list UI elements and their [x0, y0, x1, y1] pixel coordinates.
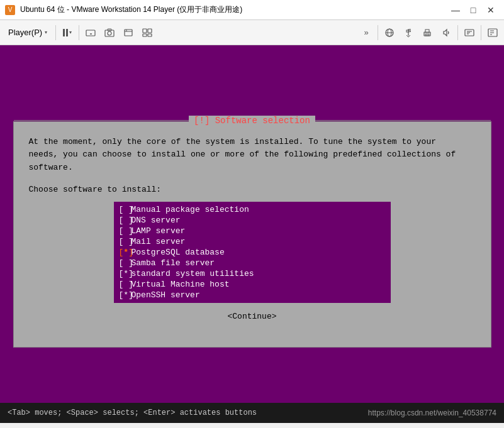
title-bar: V Ubuntu 64 位 - VMware Workstation 14 Pl… [0, 0, 504, 20]
svg-rect-0 [86, 30, 95, 36]
more-button[interactable]: » [357, 24, 375, 41]
snapshot-button[interactable] [101, 24, 118, 41]
toolbar-separator-4 [457, 25, 458, 40]
toolbar-separator-5 [481, 25, 481, 40]
vm-display: [!] Software selection At the moment, on… [0, 45, 504, 423]
app-icon: V [5, 5, 15, 15]
software-item[interactable]: [ ] Virtual Machine host [114, 279, 391, 290]
software-item[interactable]: [ ] Manual package selection [114, 204, 391, 215]
fullscreen-icon [123, 27, 134, 38]
pause-icon [63, 28, 68, 37]
window-title: Ubuntu 64 位 - VMware Workstation 14 Play… [20, 4, 442, 15]
maximize-button[interactable]: □ [465, 4, 481, 16]
network-button[interactable] [381, 24, 398, 41]
status-left: <Tab> moves; <Space> selects; <Enter> ac… [8, 409, 368, 417]
player-label: Player(P) [8, 28, 42, 37]
software-item[interactable]: [*] PostgreSQL database [114, 247, 391, 258]
software-item[interactable]: [ ] Samba file server [114, 258, 391, 268]
settings-button[interactable] [461, 24, 478, 41]
printer-icon [422, 27, 433, 38]
dialog-title-area: [!] Software selection [14, 116, 491, 126]
toolbar: Player(P) ▾ ▾ [0, 20, 504, 45]
window-controls: — □ ✕ [447, 4, 499, 16]
svg-rect-16 [148, 34, 152, 36]
dialog-title-line-left [14, 120, 189, 121]
dialog-prompt: Choose software to install: [29, 185, 476, 194]
close-button[interactable]: ✕ [483, 4, 499, 16]
software-list-container: [ ] Manual package selection[ ] DNS serv… [29, 202, 476, 303]
full-screen-button[interactable] [120, 24, 137, 41]
svg-rect-15 [143, 34, 147, 36]
software-list[interactable]: [ ] Manual package selection[ ] DNS serv… [114, 202, 391, 303]
player-dropdown-arrow: ▾ [45, 30, 47, 35]
pause-button[interactable]: ▾ [59, 23, 76, 43]
send-ctrl-alt-del-button[interactable] [82, 24, 99, 41]
more-icon: » [364, 28, 368, 37]
printer-button[interactable] [418, 24, 436, 41]
dialog-description: At the moment, only the core of the syst… [29, 136, 476, 175]
settings-icon [464, 27, 475, 38]
software-item[interactable]: [ ] DNS server [114, 215, 391, 226]
usb-button[interactable] [400, 24, 417, 41]
minimize-button[interactable]: — [447, 4, 464, 16]
unity-button[interactable] [138, 24, 156, 41]
keyboard-icon [85, 27, 96, 38]
camera-icon [104, 27, 115, 38]
svg-point-8 [108, 31, 111, 35]
svg-rect-13 [143, 29, 147, 33]
software-item[interactable]: [ ] Mail server [114, 236, 391, 247]
audio-icon [440, 27, 452, 38]
software-item[interactable]: [ ] LAMP server [114, 226, 391, 236]
help-icon [487, 27, 498, 38]
usb-icon [403, 27, 414, 38]
dialog-title-line-right [315, 120, 491, 121]
audio-button[interactable] [437, 24, 455, 41]
software-selection-dialog: [!] Software selection At the moment, on… [13, 121, 491, 348]
help-button[interactable] [484, 24, 501, 41]
status-bar: <Tab> moves; <Space> selects; <Enter> ac… [0, 403, 504, 423]
svg-rect-14 [148, 29, 152, 33]
continue-btn-area: <Continue> [29, 310, 476, 322]
dialog-title: [!] Software selection [189, 116, 315, 126]
unity-icon [142, 27, 153, 38]
pause-dropdown-arrow: ▾ [69, 30, 72, 35]
network-icon [384, 27, 395, 38]
svg-point-23 [410, 31, 411, 32]
status-right-url: https://blog.csdn.net/weixin_40538774 [368, 409, 496, 417]
svg-rect-10 [125, 30, 132, 36]
dialog-body: At the moment, only the core of the syst… [14, 126, 491, 337]
toolbar-separator-3 [378, 25, 378, 40]
player-menu-button[interactable]: Player(P) ▾ [3, 23, 53, 43]
continue-button[interactable]: <Continue> [217, 310, 286, 322]
toolbar-separator-1 [55, 25, 56, 40]
software-item[interactable]: [*] standard system utilities [114, 268, 391, 279]
software-item[interactable]: [*] OpenSSH server [114, 290, 391, 300]
toolbar-separator-2 [79, 25, 79, 40]
